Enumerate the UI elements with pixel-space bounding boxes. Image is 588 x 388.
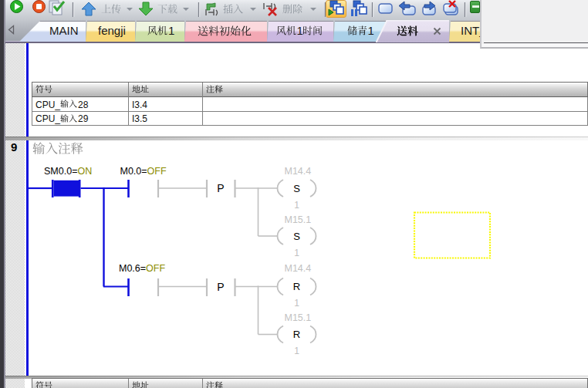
svg-text:P: P [217, 182, 224, 194]
svg-text:1: 1 [294, 248, 299, 258]
svg-text:S: S [293, 183, 300, 194]
svg-text:S: S [293, 231, 300, 242]
svg-text:1: 1 [294, 200, 299, 211]
svg-text:1: 1 [294, 298, 299, 309]
svg-text:P: P [217, 281, 224, 293]
svg-text:R: R [293, 281, 300, 292]
svg-text:1: 1 [294, 346, 299, 356]
svg-text:R: R [293, 329, 300, 340]
